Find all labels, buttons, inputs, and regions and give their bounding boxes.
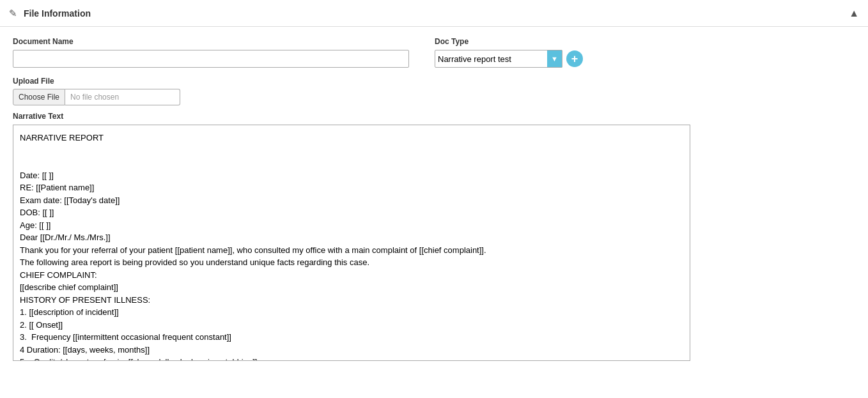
file-name-display: No file chosen — [65, 89, 180, 105]
narrative-section: Narrative Text — [13, 112, 855, 363]
narrative-textarea[interactable] — [13, 125, 690, 361]
dropdown-arrow-icon[interactable]: ▼ — [547, 50, 562, 68]
doc-type-label: Doc Type — [435, 37, 583, 46]
document-name-group: Document Name — [13, 37, 409, 68]
edit-icon[interactable]: ✎ — [9, 8, 17, 19]
document-name-input[interactable] — [13, 50, 409, 68]
page-wrapper: ✎ File Information ▲ Document Name Doc T… — [0, 0, 868, 398]
doc-type-row: Narrative report test ▼ + — [435, 50, 583, 68]
file-input-wrapper: Choose File No file chosen — [13, 89, 855, 105]
collapse-icon[interactable]: ▲ — [849, 8, 859, 19]
choose-file-button[interactable]: Choose File — [13, 89, 65, 105]
form-row-top: Document Name Doc Type Narrative report … — [13, 37, 855, 68]
doc-type-group: Doc Type Narrative report test ▼ + — [435, 37, 583, 68]
header-bar: ✎ File Information ▲ — [0, 0, 868, 27]
upload-section: Upload File Choose File No file chosen — [13, 77, 855, 105]
upload-label: Upload File — [13, 77, 855, 86]
content-area: Document Name Doc Type Narrative report … — [0, 27, 868, 373]
header-title: File Information — [24, 8, 91, 19]
add-doc-type-button[interactable]: + — [566, 50, 583, 67]
document-name-label: Document Name — [13, 37, 409, 46]
narrative-label: Narrative Text — [13, 112, 855, 121]
header-left: ✎ File Information — [9, 8, 91, 19]
doc-type-select[interactable]: Narrative report test — [435, 50, 562, 68]
doc-type-dropdown-wrapper: Narrative report test ▼ — [435, 50, 562, 68]
